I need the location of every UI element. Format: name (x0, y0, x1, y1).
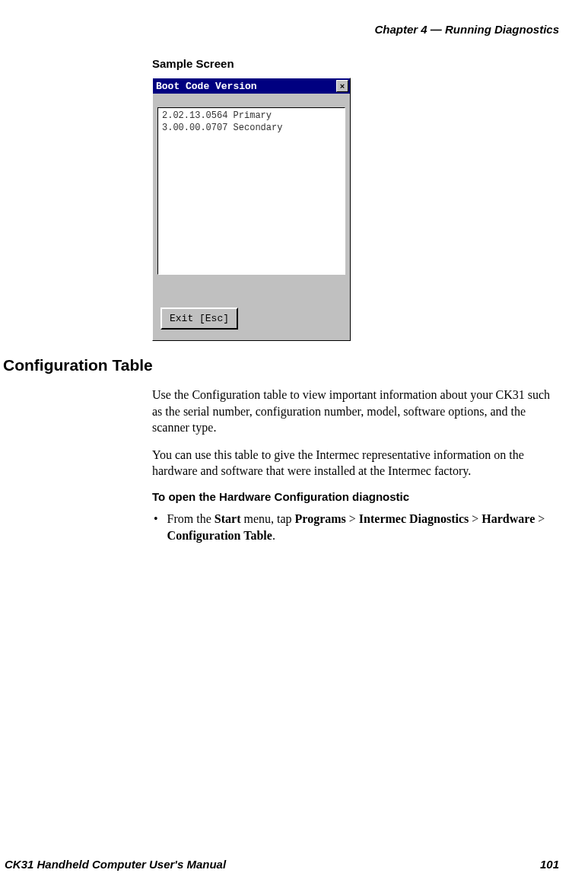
instruction-text: From the Start menu, tap Programs > Inte… (167, 511, 561, 545)
sample-screenshot-window: Boot Code Version × 2.02.13.0564 Primary… (152, 78, 351, 341)
instruction-heading: To open the Hardware Configuration diagn… (152, 490, 561, 503)
paragraph-2: You can use this table to give the Inter… (152, 447, 561, 479)
window-titlebar: Boot Code Version × (153, 78, 350, 94)
instruction-bullet: • From the Start menu, tap Programs > In… (152, 511, 561, 545)
boot-version-line-1: 2.02.13.0564 Primary (162, 110, 341, 123)
page-footer: CK31 Handheld Computer User's Manual 101 (0, 858, 588, 871)
window-title: Boot Code Version (156, 81, 257, 92)
footer-page-number: 101 (540, 858, 559, 871)
boot-version-line-2: 3.00.00.0707 Secondary (162, 123, 341, 135)
sample-screen-title: Sample Screen (152, 57, 561, 70)
close-icon[interactable]: × (336, 80, 348, 92)
bullet-icon: • (154, 511, 158, 545)
exit-button[interactable]: Exit [Esc] (161, 307, 238, 330)
section-heading: Configuration Table (0, 356, 561, 374)
version-text-area: 2.02.13.0564 Primary 3.00.00.0707 Second… (157, 107, 345, 275)
chapter-header: Chapter 4 — Running Diagnostics (0, 23, 588, 36)
paragraph-1: Use the Configuration table to view impo… (152, 387, 561, 436)
footer-manual-title: CK31 Handheld Computer User's Manual (5, 858, 226, 871)
